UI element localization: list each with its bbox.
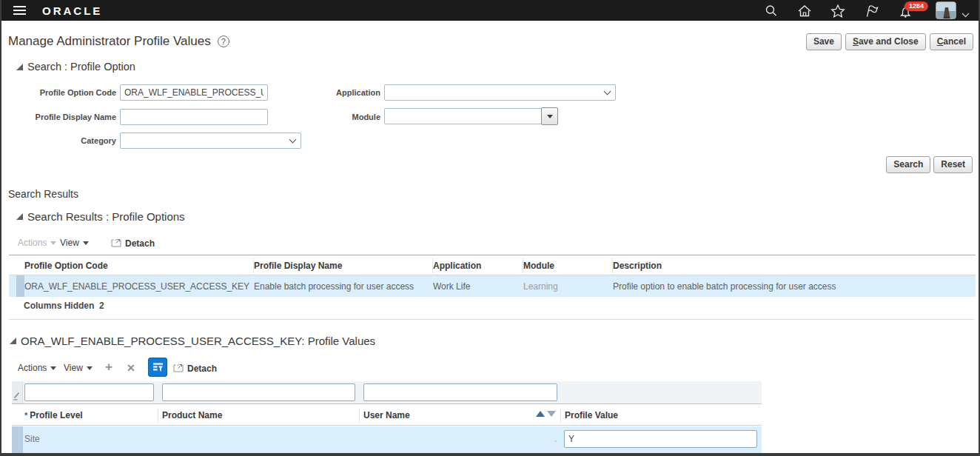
notification-badge: 1284 [905, 1, 928, 11]
filter-row-header-cell [12, 381, 23, 403]
collapse-triangle-icon[interactable] [10, 338, 16, 344]
category-select[interactable] [120, 133, 301, 149]
profile-level-header-label: Profile Level [30, 410, 82, 420]
query-by-example-button[interactable] [148, 358, 167, 377]
cell-profile-option-code: ORA_WLF_ENABLE_PROCESS_USER_ACCESS_KEY [24, 281, 250, 292]
column-header-product-name[interactable]: Product Name [162, 410, 222, 420]
column-header-application[interactable]: Application [433, 261, 481, 271]
detach-icon[interactable] [110, 236, 122, 251]
cell-application: Work Life [433, 281, 520, 292]
collapse-triangle-icon[interactable] [16, 64, 23, 70]
search-button[interactable]: Search [886, 156, 930, 173]
filter-profile-level-input[interactable] [24, 383, 154, 401]
column-header-profile-value[interactable]: Profile Value [565, 410, 618, 420]
oracle-logo: ORACLE [42, 4, 102, 17]
home-icon[interactable] [797, 4, 812, 19]
caret-down-icon [50, 366, 56, 370]
save-and-close-button[interactable]: Save and Close [845, 33, 926, 50]
help-icon[interactable]: ? [218, 36, 229, 47]
menu-icon[interactable] [13, 6, 26, 15]
column-header-description[interactable]: Description [613, 261, 662, 271]
flag-icon[interactable] [864, 4, 879, 19]
add-row-plus-icon[interactable]: + [105, 362, 113, 372]
cell-user-name: . [554, 434, 562, 444]
application-select[interactable] [384, 84, 616, 101]
view-menu-label: View [60, 238, 79, 248]
actions-menu-label: Actions [18, 238, 47, 248]
values-actions-menu[interactable]: Actions [18, 363, 56, 373]
values-table-row[interactable]: Site . [12, 426, 762, 453]
section-divider [9, 319, 974, 320]
category-label: Category [1, 136, 116, 145]
search-section-title: Search : Profile Option [27, 61, 135, 73]
profile-values-section-title: ORA_WLF_ENABLE_PROCESS_USER_ACCESS_KEY: … [21, 335, 375, 347]
module-dropdown-button[interactable] [541, 107, 558, 125]
sort-descending-icon[interactable] [547, 411, 556, 417]
cell-description: Profile option to enable batch processin… [613, 281, 968, 292]
results-table-row[interactable]: ORA_WLF_ENABLE_PROCESS_USER_ACCESS_KEY E… [9, 275, 976, 297]
column-header-user-name[interactable]: User Name [363, 410, 410, 420]
actions-menu-label: Actions [18, 363, 47, 373]
values-table-header: *Profile Level Product Name User Name Pr… [12, 403, 762, 426]
column-header-profile-level[interactable]: *Profile Level [24, 410, 83, 420]
sort-ascending-icon[interactable] [536, 411, 545, 417]
caret-down-icon [50, 241, 56, 245]
columns-hidden-count: 2 [99, 301, 104, 311]
column-header-module[interactable]: Module [523, 261, 554, 271]
columns-hidden-label: Columns Hidden [24, 301, 94, 311]
results-actions-menu[interactable]: Actions [18, 238, 56, 248]
filter-user-name-input[interactable] [363, 383, 557, 401]
columns-hidden-status: Columns Hidden 2 [24, 301, 104, 311]
cell-module: Learning [523, 281, 610, 292]
results-view-menu[interactable]: View [60, 238, 89, 248]
view-menu-label: View [64, 363, 83, 373]
results-table-header: Profile Option Code Profile Display Name… [9, 255, 976, 275]
search-icon[interactable] [764, 4, 779, 19]
cell-profile-display-name: Enable batch processing for user access [254, 281, 430, 292]
pencil-filter-icon [13, 392, 21, 400]
module-label: Module [224, 113, 380, 121]
column-header-profile-display-name[interactable]: Profile Display Name [254, 261, 342, 271]
user-menu-chevron-icon[interactable] [961, 7, 970, 21]
delete-row-x-icon[interactable]: ✕ [127, 363, 135, 373]
collapse-triangle-icon[interactable] [16, 213, 23, 220]
reset-button[interactable]: Reset [933, 156, 973, 173]
values-view-menu[interactable]: View [64, 363, 93, 373]
cancel-button[interactable]: Cancel [930, 33, 973, 50]
profile-option-code-label: Profile Option Code [1, 88, 116, 97]
results-detach-button[interactable]: Detach [125, 238, 155, 249]
required-marker: * [24, 411, 27, 420]
dropdown-triangle-icon [547, 115, 553, 118]
row-selector-cell[interactable] [12, 426, 23, 453]
detach-icon[interactable] [172, 361, 184, 376]
caret-down-icon [83, 241, 89, 245]
global-header: ORACLE 1284 [0, 0, 980, 21]
chevron-down-icon [604, 87, 611, 95]
values-detach-button[interactable]: Detach [187, 363, 217, 374]
filter-product-name-input[interactable] [162, 383, 355, 401]
profile-display-name-label: Profile Display Name [1, 113, 116, 121]
application-window: ORACLE 1284 Manage Administrator Profile… [0, 0, 980, 456]
results-section-title: Search Results : Profile Options [27, 210, 185, 223]
caret-down-icon [87, 366, 93, 370]
row-selector-cell[interactable] [16, 275, 24, 297]
profile-value-input[interactable] [564, 430, 757, 448]
chevron-down-icon [289, 135, 297, 143]
column-header-profile-option-code[interactable]: Profile Option Code [24, 261, 108, 271]
favorites-star-icon[interactable] [830, 4, 845, 19]
module-input[interactable] [384, 108, 542, 124]
application-label: Application [224, 88, 380, 97]
save-button[interactable]: Save [806, 33, 842, 50]
cell-profile-level: Site [24, 434, 150, 444]
user-avatar[interactable] [936, 1, 956, 19]
page-title: Manage Administrator Profile Values [8, 34, 211, 49]
search-results-heading: Search Results [8, 188, 78, 200]
